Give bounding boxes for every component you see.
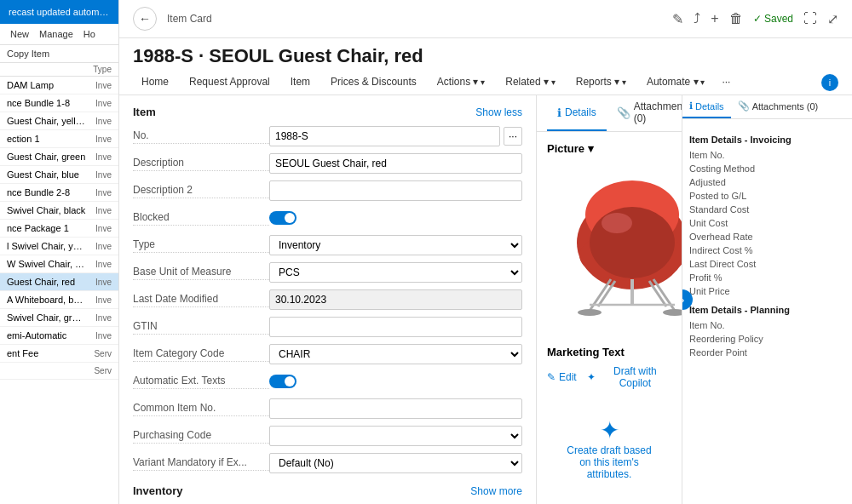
toggle-automatic-ext.-texts[interactable] <box>269 375 296 388</box>
right-invoicing-field: Unit Cost <box>689 218 845 228</box>
page-title: 1988-S · SEOUL Guest Chair, red <box>133 45 838 67</box>
input-description[interactable] <box>269 153 522 174</box>
nav-item-prices-&-discounts[interactable]: Prices & Discounts <box>322 71 425 94</box>
header-actions: ✎ ⤴ + 🗑 ✓ Saved ⛶ ⤢ <box>672 11 838 27</box>
back-button[interactable]: ← <box>133 7 157 31</box>
nav-item-actions[interactable]: Actions ▾ <box>429 71 493 94</box>
nav-item-reports[interactable]: Reports ▾ <box>567 71 635 94</box>
card-header: ← Item Card ✎ ⤴ + 🗑 ✓ Saved ⛶ ⤢ <box>119 0 852 38</box>
copy-item-button[interactable]: Copy Item <box>0 45 118 63</box>
marketing-title: Marketing Text <box>547 346 671 358</box>
right-tab-attachments--0-[interactable]: 📎Attachments (0) <box>731 95 826 118</box>
detail-tabs: ℹDetails📎Attachments (0) <box>537 95 682 132</box>
nav-item-home[interactable]: Home <box>133 71 177 94</box>
sidebar-list-item[interactable]: ent FeeServ <box>0 345 118 363</box>
sidebar-list-item[interactable]: l Swivel Chair, yellowInve <box>0 238 118 255</box>
card-body: Item Show less No.···DescriptionDescript… <box>119 95 852 504</box>
right-field-label: Unit Cost <box>689 218 728 228</box>
sidebar-item-type: Inve <box>86 135 112 144</box>
add-icon-button[interactable]: + <box>711 11 718 26</box>
fullscreen-icon-button[interactable]: ⤢ <box>827 11 838 27</box>
sidebar-list-item[interactable]: Swivel Chair, blackInve <box>0 202 118 220</box>
sidebar-item-name: DAM Lamp <box>7 80 86 90</box>
select-item-category-code[interactable]: CHAIR <box>269 344 522 364</box>
sidebar-item-type: Inve <box>86 188 112 198</box>
right-field-label: Item No. <box>689 320 725 330</box>
sidebar-list-item[interactable]: emi-AutomaticInve <box>0 327 118 345</box>
nav-item-related[interactable]: Related ▾ <box>497 71 563 94</box>
draft-with-copilot-button[interactable]: ✦ Draft with Copilot <box>587 365 671 389</box>
show-less-link[interactable]: Show less <box>475 106 522 118</box>
nav-more-button[interactable]: ··· <box>717 71 735 94</box>
toggle-blocked[interactable] <box>269 211 296 225</box>
show-more-link[interactable]: Show more <box>470 485 522 497</box>
right-tab-details[interactable]: ℹDetails <box>682 95 731 118</box>
edit-icon-button[interactable]: ✎ <box>672 11 683 27</box>
input-no.[interactable] <box>269 126 500 146</box>
new-button[interactable]: New <box>7 27 32 41</box>
right-tab-icon: ℹ <box>689 100 693 112</box>
field-label: Variant Mandatory if Ex... <box>133 456 269 471</box>
sidebar-list-item[interactable]: Guest Chair, greenInve <box>0 148 118 166</box>
sidebar-list-item[interactable]: nce Bundle 2-8Inve <box>0 184 118 202</box>
input-description-2[interactable] <box>269 180 522 201</box>
pencil-icon: ✎ <box>547 371 556 383</box>
sidebar-list-item[interactable]: nce Bundle 1-8Inve <box>0 94 118 112</box>
delete-icon-button[interactable]: 🗑 <box>729 11 743 26</box>
expand-icon-button[interactable]: ⛶ <box>803 11 817 26</box>
sidebar-list-item[interactable]: DAM LampInve <box>0 77 118 94</box>
copilot-icon: ✦ <box>587 371 596 383</box>
form-row: Item Category CodeCHAIR <box>133 343 522 365</box>
select-type[interactable]: Inventory <box>269 235 522 255</box>
svg-point-9 <box>578 309 602 316</box>
form-panel: Item Show less No.···DescriptionDescript… <box>119 95 537 504</box>
sidebar-list-item[interactable]: A Whiteboard, baseInve <box>0 291 118 309</box>
right-invoicing-field: Standard Cost <box>689 204 845 215</box>
field-label: Description 2 <box>133 184 269 198</box>
right-content: Item Details - InvoicingItem No.Costing … <box>682 119 852 504</box>
select-base-unit-of-measure[interactable]: PCS <box>269 262 522 283</box>
detail-tab-attachments--0-[interactable]: 📎Attachments (0) <box>607 95 682 131</box>
sidebar-list-item[interactable]: Swivel Chair, greenInve <box>0 309 118 327</box>
sidebar-list-item[interactable]: nce Package 1Inve <box>0 220 118 238</box>
nav-item-item[interactable]: Item <box>282 71 319 94</box>
sidebar-item-type: Inve <box>86 206 112 215</box>
right-field-label: Unit Price <box>689 286 730 296</box>
input-gtin[interactable] <box>269 317 522 337</box>
create-draft-button[interactable]: Create draft based on this item's attrib… <box>564 444 654 480</box>
input-common-item-no.[interactable] <box>269 398 522 419</box>
sidebar-list-item[interactable]: Guest Chair, redInve <box>0 273 118 291</box>
dots-button[interactable]: ··· <box>504 127 522 146</box>
form-row: TypeInventory <box>133 234 522 256</box>
sidebar-item-name: nce Bundle 1-8 <box>7 98 86 108</box>
col-name <box>7 65 93 74</box>
svg-point-4 <box>602 213 632 233</box>
planning-section-title: Item Details - Planning <box>689 305 845 315</box>
sidebar-item-type: Inve <box>86 81 112 90</box>
ho-button[interactable]: Ho <box>80 27 99 41</box>
sidebar-list-item[interactable]: ection 1Inve <box>0 130 118 148</box>
right-invoicing-field: Unit Price <box>689 286 845 296</box>
share-icon-button[interactable]: ⤴ <box>694 11 700 26</box>
sidebar-item-type: Inve <box>86 152 112 162</box>
manage-button[interactable]: Manage <box>36 27 77 41</box>
sidebar-list-item[interactable]: Guest Chair, blueInve <box>0 166 118 184</box>
create-draft-icon: ✦ <box>564 416 654 444</box>
sidebar-list-item[interactable]: W Swivel Chair, redInve <box>0 255 118 273</box>
modal-overlay: ← Item Card ✎ ⤴ + 🗑 ✓ Saved ⛶ ⤢ 1988-S ·… <box>119 0 852 504</box>
select-variant-mandatory-if-ex...[interactable]: Default (No) <box>269 453 522 473</box>
edit-marketing-button[interactable]: ✎ Edit <box>547 365 577 389</box>
picture-header[interactable]: Picture ▾ <box>547 142 671 155</box>
field-value-container <box>269 289 522 310</box>
nav-item-automate[interactable]: Automate ▾ <box>638 71 713 94</box>
field-value-container <box>269 317 522 337</box>
detail-content: Picture ▾ <box>537 132 682 504</box>
field-label: Common Item No. <box>133 402 269 416</box>
select-purchasing-code[interactable] <box>269 426 522 446</box>
right-invoicing-field: Indirect Cost % <box>689 245 845 255</box>
sidebar-list-item[interactable]: Guest Chair, yellowInve <box>0 112 118 130</box>
nav-item-request-approval[interactable]: Request Approval <box>181 71 279 94</box>
detail-tab-details[interactable]: ℹDetails <box>547 95 607 131</box>
sidebar-list-item[interactable]: Serv <box>0 363 118 380</box>
tab-label: Details <box>565 106 596 118</box>
